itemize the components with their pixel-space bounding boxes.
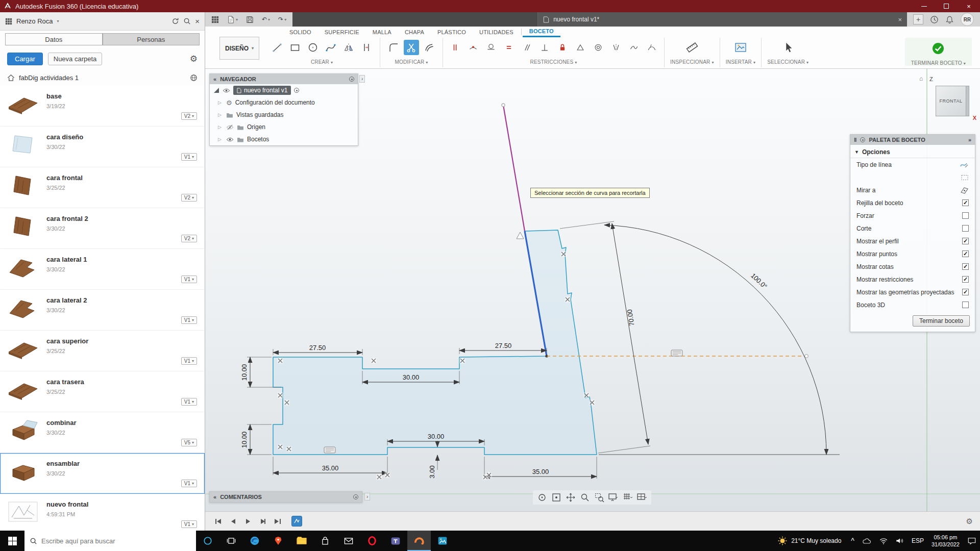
sketch-point[interactable] <box>805 355 808 358</box>
maximize-button[interactable] <box>935 0 958 12</box>
finish-sketch-palette-button[interactable]: Terminar boceto <box>913 315 970 327</box>
checkbox[interactable] <box>962 289 969 295</box>
home-view-icon[interactable]: ⌂ <box>919 75 923 82</box>
palette-row-grid[interactable]: Rejilla del boceto <box>850 196 975 209</box>
tab-utilidades[interactable]: UTILIDADES <box>473 27 520 37</box>
user-name[interactable]: Renzo Roca <box>16 17 53 25</box>
version-badge[interactable]: V5▾ <box>181 439 197 446</box>
constraint-symmetry-icon[interactable] <box>609 41 623 54</box>
checkbox[interactable] <box>962 251 969 257</box>
grid-menu-icon[interactable] <box>5 18 12 25</box>
constraint-curvature-icon[interactable] <box>645 41 658 54</box>
extend-tool-icon[interactable] <box>422 40 437 55</box>
version-badge[interactable]: V1▾ <box>181 316 197 324</box>
cortana-button[interactable] <box>196 531 219 551</box>
search-icon[interactable] <box>183 17 191 25</box>
task-view-button[interactable] <box>219 531 243 551</box>
palette-row-constraints[interactable]: Mostrar restricciones <box>850 273 975 286</box>
version-badge[interactable]: V2▾ <box>181 235 197 242</box>
dimension-lower-tab-height[interactable]: 10.00 <box>240 424 272 455</box>
version-badge[interactable]: V1▾ <box>181 357 197 365</box>
version-badge[interactable]: V1▾ <box>181 276 197 283</box>
document-tab[interactable]: nuevo frontal v1* × <box>537 12 907 27</box>
select-tool-icon[interactable] <box>780 40 796 55</box>
close-panel-icon[interactable]: × <box>195 17 200 26</box>
version-badge[interactable]: V1▾ <box>181 398 197 406</box>
expand-icon[interactable]: ▷ <box>218 124 223 130</box>
list-item[interactable]: nuevo frontal4:59:31 PM V1▾ <box>0 494 205 531</box>
new-tab-button[interactable]: + <box>913 14 923 24</box>
orbit-icon[interactable] <box>536 491 548 504</box>
timeline-settings-icon[interactable]: ⚙ <box>966 517 973 526</box>
gear-icon[interactable]: ⚙ <box>190 54 198 64</box>
version-badge[interactable]: V1▾ <box>181 153 197 161</box>
dimension-top-left-width[interactable]: 27.50 <box>273 344 362 355</box>
offset-tool-icon[interactable] <box>359 40 374 55</box>
new-folder-button[interactable]: Nueva carpeta <box>48 53 103 65</box>
onedrive-cloud-icon[interactable] <box>858 531 875 551</box>
breadcrumb-label[interactable]: fabDig actividades 1 <box>19 74 79 82</box>
tab-superficie[interactable]: SUPERFICIE <box>318 27 366 37</box>
comments-header[interactable]: « COMENTARIOS <box>210 492 362 502</box>
list-item[interactable]: cara trasera3/25/22 V1▾ <box>0 371 205 412</box>
tab-plastico[interactable]: PLÁSTICO <box>431 27 473 37</box>
checkbox[interactable] <box>962 212 969 219</box>
view-cube[interactable]: ⌂ Z FRONTAL X <box>917 73 976 125</box>
close-button[interactable]: × <box>958 0 980 12</box>
drag-handle-icon[interactable]: ‖ <box>854 137 856 143</box>
app-grid-icon[interactable] <box>211 16 219 23</box>
version-badge[interactable]: V1▾ <box>181 480 197 487</box>
close-tab-icon[interactable]: × <box>898 16 902 23</box>
wifi-icon[interactable] <box>875 531 892 551</box>
panel-dot-icon[interactable] <box>353 494 358 499</box>
circle-tool-icon[interactable] <box>305 40 321 55</box>
panel-handle[interactable]: › <box>364 493 370 500</box>
palette-row-projected[interactable]: Mostrar las geometrías proyectadas <box>850 286 975 298</box>
language-indicator[interactable]: ESP <box>908 531 927 551</box>
list-item[interactable]: cara lateral 23/30/22 V1▾ <box>0 290 205 331</box>
zoom-icon[interactable] <box>579 491 591 504</box>
view-cube-face[interactable]: FRONTAL <box>936 86 966 116</box>
fixed-line[interactable] <box>503 105 525 231</box>
tab-solido[interactable]: SOLIDO <box>283 27 318 37</box>
eye-icon[interactable] <box>223 88 230 93</box>
list-item[interactable]: combinar3/30/22 V5▾ <box>0 412 205 453</box>
grid-settings-icon[interactable] <box>622 491 634 504</box>
expand-icon[interactable]: ▷ <box>218 100 223 105</box>
photos-icon[interactable] <box>431 531 454 551</box>
home-icon[interactable] <box>7 74 15 82</box>
constraint-concentric-icon[interactable] <box>592 41 605 54</box>
constraint-tangent-icon[interactable] <box>484 41 498 54</box>
version-badge[interactable]: V2▾ <box>181 112 197 120</box>
expand-right-icon[interactable]: » <box>968 137 971 143</box>
taskbar-search[interactable] <box>24 531 196 551</box>
list-item[interactable]: cara diseño3/30/22 V1▾ <box>0 127 205 167</box>
construction-line-icon[interactable] <box>961 174 969 181</box>
timeline-skip-end-button[interactable] <box>272 515 284 528</box>
look-at-icon[interactable] <box>960 186 969 194</box>
timeline-play-button[interactable] <box>242 515 254 528</box>
store-icon[interactable] <box>313 531 337 551</box>
browser-node[interactable]: ▷ Bocetos <box>210 133 358 145</box>
teams-icon[interactable] <box>384 531 407 551</box>
expand-icon[interactable]: ▷ <box>218 112 223 117</box>
active-document-node[interactable]: nuevo frontal v1 <box>233 86 291 95</box>
eye-icon[interactable] <box>226 137 234 142</box>
file-menu-button[interactable]: ▾ <box>227 16 238 23</box>
history-icon[interactable] <box>930 15 939 24</box>
finish-sketch-button[interactable]: TERMINAR BOCETO ▾ <box>905 38 972 66</box>
brave-icon[interactable] <box>266 531 290 551</box>
pan-icon[interactable] <box>565 491 577 504</box>
undo-button[interactable]: ↶▾ <box>262 16 270 23</box>
model-canvas[interactable]: 27.50 27.50 30.00 10.00 <box>205 69 980 511</box>
fusion-360-taskbar-icon[interactable] <box>407 531 431 551</box>
web-icon[interactable] <box>190 74 198 82</box>
checkbox[interactable] <box>962 225 969 232</box>
tab-personas[interactable]: Personas <box>103 33 200 45</box>
constraint-fix-lock-icon[interactable] <box>556 41 569 54</box>
palette-row-construction[interactable] <box>850 171 975 184</box>
palette-row-snap[interactable]: Forzar <box>850 209 975 222</box>
palette-row-3dsketch[interactable]: Boceto 3D <box>850 298 975 311</box>
browser-header[interactable]: « NAVEGADOR <box>210 74 358 84</box>
timeline-skip-start-button[interactable] <box>212 515 225 528</box>
